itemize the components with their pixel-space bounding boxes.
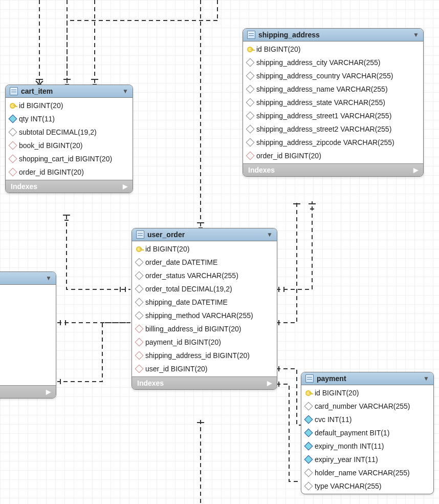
entity-user-order[interactable]: user_order ▼ id BIGINT(20)order_date DAT… — [131, 228, 277, 390]
column-icon — [246, 85, 255, 94]
column-row[interactable]: RCHAR(255) — [0, 312, 56, 326]
column-row[interactable]: id BIGINT(20) — [243, 43, 423, 56]
foreign-key-icon — [135, 338, 144, 347]
chevron-down-icon[interactable]: ▼ — [423, 375, 429, 382]
entity-title: cart_item — [21, 87, 119, 95]
entity-header[interactable]: payment ▼ — [301, 372, 433, 385]
column-row[interactable]: expiry_year INT(11) — [301, 453, 433, 466]
column-definition: shipping_address_name VARCHAR(255) — [256, 85, 388, 93]
column-list: id BIGINT(20)card_number VARCHAR(255)cvc… — [301, 385, 433, 494]
column-icon — [304, 482, 313, 491]
column-definition: order_id BIGINT(20) — [19, 168, 84, 176]
column-row[interactable]: order_id BIGINT(20) — [243, 149, 423, 162]
column-row[interactable]: order_id BIGINT(20) — [6, 165, 133, 179]
column-definition: expiry_year INT(11) — [315, 455, 378, 464]
column-row[interactable]: shipping_address_street1 VARCHAR(255) — [243, 109, 423, 122]
indexes-section[interactable]: Indexes ▶ — [0, 385, 56, 398]
column-definition: shipping_address_street2 VARCHAR(255) — [256, 125, 391, 133]
column-definition: order_total DECIMAL(19,2) — [145, 285, 232, 293]
column-definition: card_number VARCHAR(255) — [315, 402, 410, 410]
column-row[interactable]: card_number VARCHAR(255) — [301, 400, 433, 413]
column-row[interactable]: expiry_month INT(11) — [301, 439, 433, 453]
table-icon — [305, 374, 314, 383]
column-row[interactable]: id BIGINT(20) — [301, 386, 433, 400]
entity-partial-left[interactable]: ▼ HAR(255)ARCHAR(255)RCHAR(255)RCHAR(255… — [0, 271, 56, 398]
column-row[interactable]: CHAR(255) — [0, 371, 56, 384]
column-row[interactable]: user_id BIGINT(20) — [132, 362, 277, 375]
column-list: id BIGINT(20)qty INT(11)subtotal DECIMAL… — [6, 98, 133, 180]
indexes-section[interactable]: Indexes ▶ — [243, 163, 423, 176]
foreign-key-icon — [135, 351, 144, 360]
column-icon — [246, 98, 255, 107]
column-row[interactable]: shipping_date DATETIME — [132, 296, 277, 309]
primary-key-icon — [136, 246, 142, 252]
column-row[interactable]: shipping_address_country VARCHAR(255) — [243, 69, 423, 82]
column-row[interactable] — [0, 366, 56, 371]
indexes-section[interactable]: Indexes ▶ — [6, 180, 133, 193]
column-definition: shopping_cart_id BIGINT(20) — [19, 155, 112, 163]
column-definition: id BIGINT(20) — [145, 245, 189, 253]
column-row[interactable]: payment_id BIGINT(20) — [132, 335, 277, 349]
triangle-right-icon: ▶ — [413, 166, 418, 174]
column-row[interactable]: HAR(255) — [0, 286, 56, 299]
column-row[interactable]: shipping_address_state VARCHAR(255) — [243, 96, 423, 109]
column-row[interactable]: default_payment BIT(1) — [301, 426, 433, 439]
column-row[interactable]: shipping_address_city VARCHAR(255) — [243, 56, 423, 69]
column-row[interactable]: cvc INT(11) — [301, 413, 433, 426]
column-row[interactable]: qty INT(11) — [6, 112, 133, 125]
column-row[interactable]: shipping_address_id BIGINT(20) — [132, 349, 277, 362]
column-definition: shipping_date DATETIME — [145, 298, 228, 306]
indexes-label: Indexes — [248, 166, 275, 174]
chevron-down-icon[interactable]: ▼ — [413, 31, 419, 38]
column-row[interactable]: book_id BIGINT(20) — [6, 139, 133, 152]
entity-header[interactable]: ▼ — [0, 272, 56, 285]
table-icon — [247, 31, 255, 39]
column-row[interactable]: shipping_address_name VARCHAR(255) — [243, 82, 423, 96]
column-definition: billing_address_id BIGINT(20) — [145, 325, 242, 333]
column-row[interactable]: billing_address_id BIGINT(20) — [132, 322, 277, 335]
column-row[interactable]: order_date DATETIME — [132, 256, 277, 269]
column-row[interactable]: ARCHAR(255) — [0, 352, 56, 366]
column-list: HAR(255)ARCHAR(255)RCHAR(255)RCHAR(255)R… — [0, 285, 56, 385]
column-definition: id BIGINT(20) — [315, 389, 359, 397]
column-row[interactable]: shopping_cart_id BIGINT(20) — [6, 152, 133, 165]
entity-payment[interactable]: payment ▼ id BIGINT(20)card_number VARCH… — [301, 372, 434, 494]
entity-header[interactable]: user_order ▼ — [132, 228, 277, 241]
column-row[interactable]: subtotal DECIMAL(19,2) — [6, 125, 133, 139]
column-definition: user_id BIGINT(20) — [145, 365, 207, 373]
column-row[interactable]: ARCHAR(255) — [0, 299, 56, 312]
column-row[interactable]: id BIGINT(20) — [132, 242, 277, 256]
column-icon — [135, 298, 144, 307]
column-row[interactable]: RCHAR(255) — [0, 326, 56, 339]
column-row[interactable]: shipping_method VARCHAR(255) — [132, 309, 277, 322]
foreign-key-icon — [135, 365, 144, 373]
column-row[interactable]: shipping_address_street2 VARCHAR(255) — [243, 122, 423, 136]
column-row[interactable]: order_status VARCHAR(255) — [132, 269, 277, 282]
column-icon — [304, 469, 313, 477]
indexes-label: Indexes — [11, 182, 37, 191]
entity-cart-item[interactable]: cart_item ▼ id BIGINT(20)qty INT(11)subt… — [5, 85, 133, 193]
column-row[interactable]: holder_name VARCHAR(255) — [301, 466, 433, 479]
triangle-right-icon: ▶ — [123, 183, 127, 190]
column-icon — [246, 138, 255, 147]
chevron-down-icon[interactable]: ▼ — [46, 275, 52, 282]
foreign-key-icon — [9, 155, 17, 163]
column-row[interactable]: order_total DECIMAL(19,2) — [132, 282, 277, 296]
column-definition: id BIGINT(20) — [19, 101, 63, 110]
entity-shipping-address[interactable]: shipping_address ▼ id BIGINT(20)shipping… — [243, 28, 424, 177]
entity-header[interactable]: cart_item ▼ — [6, 85, 133, 98]
chevron-down-icon[interactable]: ▼ — [267, 231, 273, 238]
column-row[interactable]: type VARCHAR(255) — [301, 479, 433, 493]
column-definition: cvc INT(11) — [315, 415, 352, 424]
indexes-section[interactable]: Indexes ▶ — [132, 376, 277, 389]
column-definition: shipping_address_id BIGINT(20) — [145, 351, 250, 360]
column-row[interactable]: RCHAR(255) — [0, 339, 56, 352]
entity-title: payment — [317, 374, 420, 383]
entity-header[interactable]: shipping_address ▼ — [243, 29, 423, 41]
chevron-down-icon[interactable]: ▼ — [122, 88, 128, 95]
column-row[interactable]: shipping_address_zipcode VARCHAR(255) — [243, 136, 423, 149]
column-icon — [135, 285, 144, 293]
column-icon — [135, 311, 144, 320]
column-definition: shipping_method VARCHAR(255) — [145, 311, 253, 320]
column-row[interactable]: id BIGINT(20) — [6, 99, 133, 112]
